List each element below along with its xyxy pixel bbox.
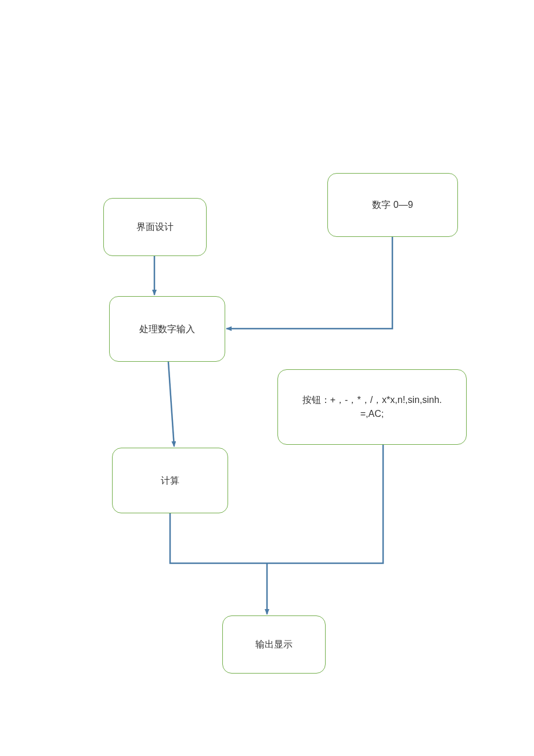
- node-ui-design-label: 界面设计: [136, 220, 174, 234]
- node-buttons-line2: =,AC;: [302, 407, 442, 421]
- node-calculate-label: 计算: [161, 474, 179, 488]
- node-buttons-line1: 按钮：+，-，*，/，x*x,n!,sin,sinh.: [302, 393, 442, 407]
- node-output-label: 输出显示: [255, 638, 293, 651]
- node-process-input: 处理数字输入: [109, 296, 225, 362]
- node-digits-label: 数字 0—9: [372, 198, 413, 212]
- connector-process-to-calculate: [168, 362, 174, 447]
- node-buttons: 按钮：+，-，*，/，x*x,n!,sin,sinh. =,AC;: [277, 369, 467, 445]
- node-calculate: 计算: [112, 448, 228, 513]
- connector-digits-to-process: [226, 237, 392, 329]
- node-process-input-label: 处理数字输入: [139, 322, 195, 336]
- node-ui-design: 界面设计: [103, 198, 207, 256]
- node-output: 输出显示: [222, 615, 326, 674]
- node-digits: 数字 0—9: [327, 173, 458, 237]
